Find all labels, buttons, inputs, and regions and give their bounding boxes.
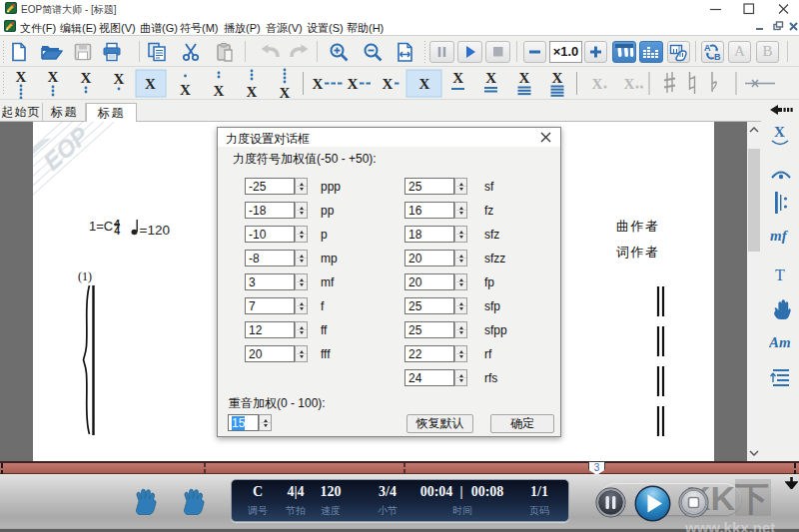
svg-text:X: X (114, 71, 125, 87)
svg-text:X: X (452, 70, 463, 86)
svg-text:X: X (485, 70, 496, 86)
svg-text:Am: Am (769, 334, 791, 350)
svg-text:X: X (383, 76, 394, 92)
svg-text:X: X (624, 76, 635, 92)
svg-text:X: X (552, 70, 563, 86)
svg-text:X: X (247, 84, 258, 99)
svg-text:X: X (419, 76, 430, 92)
svg-text:EOP: EOP (38, 122, 94, 176)
svg-text:A: A (704, 43, 711, 53)
svg-text:X: X (774, 124, 785, 140)
svg-text:X: X (519, 70, 530, 86)
svg-text:X: X (313, 76, 324, 92)
svg-text:X: X (280, 85, 291, 99)
svg-text:X: X (214, 83, 225, 99)
svg-text:X: X (48, 69, 59, 85)
svg-text:mf: mf (770, 228, 789, 244)
svg-text:X: X (348, 76, 359, 92)
svg-text:X: X (145, 76, 156, 92)
svg-text:X: X (16, 69, 27, 85)
svg-text:T: T (775, 266, 785, 283)
svg-text:B: B (714, 52, 721, 62)
svg-text:X: X (81, 70, 92, 86)
svg-text:X: X (592, 76, 603, 92)
svg-text:X: X (180, 82, 191, 98)
svg-text:=120: =120 (140, 223, 170, 238)
